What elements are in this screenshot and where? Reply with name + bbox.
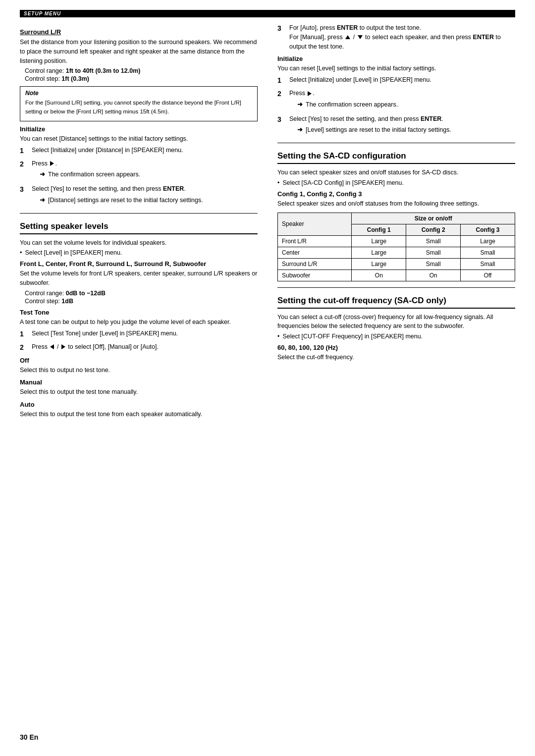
il-step-3-text: Select [Yes] to reset the setting, and t… bbox=[289, 114, 515, 137]
config-table: Speaker Size or on/off Config 1 Config 2… bbox=[277, 213, 515, 281]
enter-il: ENTER bbox=[421, 115, 441, 122]
auto-title: Auto bbox=[20, 401, 258, 408]
table-row: Center Large Small Small bbox=[278, 247, 515, 258]
config-123-body: Select speaker sizes and on/off statuses… bbox=[277, 199, 515, 209]
config2-cell: Small bbox=[406, 247, 461, 258]
setting-speaker-levels-title: Setting speaker levels bbox=[20, 221, 258, 234]
step-1-text: Select [Initialize] under [Distance] in … bbox=[32, 146, 258, 155]
test-tone-body: A test tone can be output to help you ju… bbox=[20, 318, 258, 327]
il-step-3-arrow: ➜ [Level] settings are reset to the init… bbox=[297, 125, 515, 135]
step-1-num: 1 bbox=[20, 146, 28, 156]
size-onoff-header: Size or on/off bbox=[352, 213, 515, 224]
sa-cd-config-body: You can select speaker sizes and on/off … bbox=[277, 168, 515, 177]
il-step-2-arrow-text: The confirmation screen appears. bbox=[306, 100, 398, 109]
setup-menu-label: SETUP MENU bbox=[24, 11, 61, 16]
tt-step-1: 1 Select [Test Tone] under [Level] in [S… bbox=[20, 329, 258, 339]
surround-lr-control-range: Control range: 1ft to 40ft (0.3m to 12.0… bbox=[25, 67, 258, 74]
config3-cell: Small bbox=[461, 247, 515, 258]
config1-cell: Large bbox=[352, 235, 406, 247]
triangle-right-icon bbox=[50, 161, 54, 166]
triangle-right-icon-2 bbox=[61, 344, 65, 349]
off-title: Off bbox=[20, 357, 258, 364]
step-3-text: Select [Yes] to reset the setting, and t… bbox=[32, 184, 258, 207]
divider-3 bbox=[277, 287, 515, 288]
r-step-3: 3 For [Auto], press ENTER to output the … bbox=[277, 23, 515, 51]
step-2-arrow-text: The confirmation screen appears. bbox=[48, 170, 140, 179]
enter-auto: ENTER bbox=[337, 24, 358, 31]
tt-step-1-text: Select [Test Tone] under [Level] in [SPE… bbox=[32, 329, 258, 338]
step-2-num: 2 bbox=[20, 159, 28, 169]
il-step-3-arrow-text: [Level] settings are reset to the initia… bbox=[306, 125, 451, 135]
initialize-distance-title: Initialize bbox=[20, 125, 258, 133]
off-body: Select this to output no test tone. bbox=[20, 366, 258, 375]
note-body: For the [Surround L/R] setting, you cann… bbox=[25, 99, 252, 116]
front-control-step: Control step: 1dB bbox=[25, 298, 258, 305]
config2-cell: On bbox=[406, 270, 461, 281]
config2-cell: Small bbox=[406, 235, 461, 247]
cutoff-body: You can select a cut-off (cross-over) fr… bbox=[277, 313, 515, 331]
config3-cell: Large bbox=[461, 235, 515, 247]
r-step-3-num: 3 bbox=[277, 23, 285, 34]
config2-header: Config 2 bbox=[406, 224, 461, 235]
test-tone-title: Test Tone bbox=[20, 309, 258, 316]
config1-header: Config 1 bbox=[352, 224, 406, 235]
config3-cell: Small bbox=[461, 258, 515, 270]
il-step-2-num: 2 bbox=[277, 89, 285, 99]
r-step-3-text: For [Auto], press ENTER to output the te… bbox=[289, 23, 515, 51]
triangle-left-icon bbox=[50, 344, 54, 349]
setting-speaker-levels-body: You can set the volume levels for indivi… bbox=[20, 238, 258, 248]
initialize-distance-steps: 1 Select [Initialize] under [Distance] i… bbox=[20, 146, 258, 207]
cutoff-bullet-text: Select [CUT-OFF Frequency] in [SPEAKER] … bbox=[282, 333, 423, 340]
enter-manual: ENTER bbox=[473, 34, 494, 41]
enter-label: ENTER bbox=[163, 185, 184, 192]
sa-cd-config-title: Setting the SA-CD configuration bbox=[277, 151, 515, 164]
table-row: Surround L/R Large Small Small bbox=[278, 258, 515, 270]
auto-body: Select this to output the test tone from… bbox=[20, 410, 258, 419]
cutoff-title: Setting the cut-off frequency (SA-CD onl… bbox=[277, 296, 515, 309]
tt-step-1-num: 1 bbox=[20, 329, 28, 339]
speaker-cell: Surround L/R bbox=[278, 258, 352, 270]
surround-lr-body: Set the distance from your listening pos… bbox=[20, 38, 258, 65]
step-2-arrow: ➜ The confirmation screen appears. bbox=[40, 170, 258, 179]
triangle-right-icon-3 bbox=[308, 91, 312, 96]
sa-cd-bullet-symbol: • bbox=[277, 179, 279, 186]
front-step-value: 1dB bbox=[61, 298, 73, 305]
hz-title: 60, 80, 100, 120 (Hz) bbox=[277, 344, 515, 351]
speaker-levels-bullet-text: Select [Level] in [SPEAKER] menu. bbox=[25, 249, 122, 256]
triangle-down-icon bbox=[358, 35, 363, 39]
note-title: Note bbox=[25, 90, 252, 97]
right-step3: 3 For [Auto], press ENTER to output the … bbox=[277, 23, 515, 51]
bullet-symbol: • bbox=[20, 249, 22, 256]
config1-cell: Large bbox=[352, 247, 406, 258]
tt-step-2-num: 2 bbox=[20, 342, 28, 353]
surround-lr-title: Surround L/R bbox=[20, 28, 258, 36]
arrow-symbol-il2: ➜ bbox=[297, 100, 303, 109]
right-column: 3 For [Auto], press ENTER to output the … bbox=[277, 23, 515, 421]
hz-body: Select the cut-off frequency. bbox=[277, 353, 515, 362]
step-2: 2 Press . ➜ The confirmation screen appe… bbox=[20, 159, 258, 182]
il-step-2-text: Press . ➜ The confirmation screen appear… bbox=[289, 89, 515, 111]
surround-lr-range-value: 1ft to 40ft (0.3m to 12.0m) bbox=[66, 67, 141, 74]
initialize-level-title: Initialize bbox=[277, 55, 515, 62]
divider-1 bbox=[20, 213, 258, 214]
cutoff-bullet: • Select [CUT-OFF Frequency] in [SPEAKER… bbox=[277, 333, 515, 340]
manual-title: Manual bbox=[20, 378, 258, 386]
config-123-title: Config 1, Config 2, Config 3 bbox=[277, 190, 515, 198]
step-3-num: 3 bbox=[20, 184, 28, 195]
front-range-value: 0dB to −12dB bbox=[66, 290, 106, 297]
tt-step-2: 2 Press / to select [Off], [Manual] or [… bbox=[20, 342, 258, 353]
speaker-cell: Front L/R bbox=[278, 235, 352, 247]
il-step-3-num: 3 bbox=[277, 114, 285, 125]
front-control-range: Control range: 0dB to −12dB bbox=[25, 290, 258, 297]
config3-cell: Off bbox=[461, 270, 515, 281]
table-row: Front L/R Large Small Large bbox=[278, 235, 515, 247]
il-step-3: 3 Select [Yes] to reset the setting, and… bbox=[277, 114, 515, 137]
table-row: Subwoofer On On Off bbox=[278, 270, 515, 281]
arrow-symbol-3: ➜ bbox=[40, 196, 45, 205]
speaker-cell: Subwoofer bbox=[278, 270, 352, 281]
surround-lr-step-value: 1ft (0.3m) bbox=[61, 75, 89, 82]
arrow-symbol-il3: ➜ bbox=[297, 125, 303, 135]
speaker-col-header: Speaker bbox=[278, 213, 352, 235]
surround-lr-control-step: Control step: 1ft (0.3m) bbox=[25, 75, 258, 82]
cutoff-bullet-symbol: • bbox=[277, 333, 279, 340]
